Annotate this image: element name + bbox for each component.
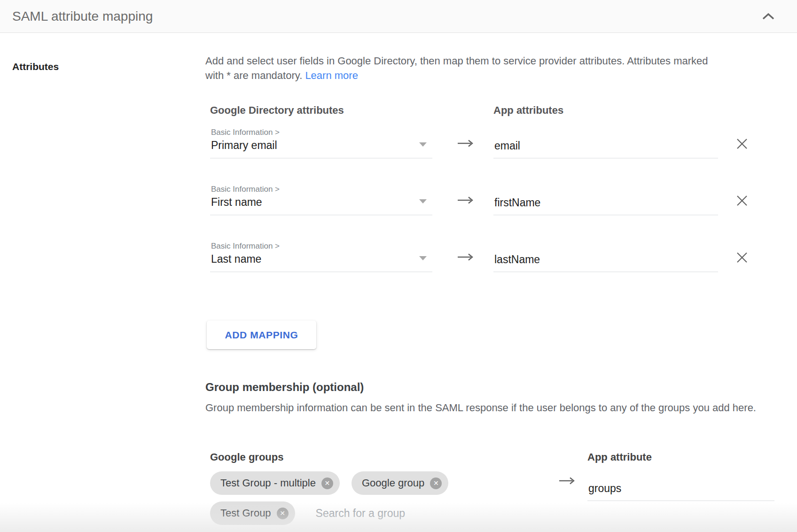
group-chip: Test Group ✕ bbox=[210, 501, 295, 525]
close-icon bbox=[735, 251, 749, 264]
directory-attribute-select[interactable]: Basic Information > Primary email bbox=[210, 127, 432, 158]
attributes-section-label: Attributes bbox=[12, 61, 59, 72]
mapping-arrow-icon bbox=[457, 253, 474, 263]
attributes-description-text: Add and select user fields in Google Dir… bbox=[205, 55, 708, 81]
remove-mapping-button[interactable] bbox=[734, 193, 750, 208]
app-attribute-input[interactable] bbox=[493, 138, 718, 158]
group-chip: Google group ✕ bbox=[352, 471, 448, 495]
close-icon bbox=[735, 194, 749, 207]
chip-label: Test Group - multiple bbox=[220, 477, 316, 489]
directory-attribute-select[interactable]: Basic Information > Last name bbox=[210, 241, 432, 272]
group-search-input[interactable] bbox=[315, 507, 514, 520]
chip-label: Google group bbox=[362, 477, 424, 489]
chip-remove-button[interactable]: ✕ bbox=[430, 477, 442, 489]
mapping-row: Basic Information > Last name bbox=[210, 241, 755, 277]
group-membership-heading: Group membership (optional) bbox=[205, 381, 364, 394]
group-mapping-arrow-icon bbox=[558, 477, 575, 487]
dropdown-arrow-icon bbox=[419, 199, 427, 203]
select-category-label: Basic Information > bbox=[211, 128, 280, 137]
app-attributes-column-header: App attributes bbox=[493, 104, 563, 117]
directory-attributes-column-header: Google Directory attributes bbox=[210, 104, 344, 117]
select-category-label: Basic Information > bbox=[211, 185, 280, 194]
attributes-description: Add and select user fields in Google Dir… bbox=[205, 54, 713, 83]
mapping-row: Basic Information > First name bbox=[210, 184, 755, 220]
select-value: First name bbox=[211, 196, 262, 209]
chevron-up-icon bbox=[761, 12, 775, 21]
directory-attribute-select[interactable]: Basic Information > First name bbox=[210, 184, 432, 215]
google-groups-chip-row: Test Group ✕ bbox=[210, 501, 514, 525]
mapping-row: Basic Information > Primary email bbox=[210, 127, 755, 164]
app-attribute-input[interactable] bbox=[493, 195, 718, 215]
chip-label: Test Group bbox=[220, 507, 271, 519]
dropdown-arrow-icon bbox=[419, 142, 427, 147]
collapse-section-button[interactable] bbox=[759, 10, 777, 23]
select-category-label: Basic Information > bbox=[211, 242, 280, 251]
google-groups-label: Google groups bbox=[210, 451, 283, 463]
group-membership-description: Group membership information can be sent… bbox=[205, 400, 760, 416]
close-icon bbox=[735, 137, 749, 150]
app-attribute-label: App attribute bbox=[587, 451, 652, 463]
chip-remove-button[interactable]: ✕ bbox=[321, 477, 333, 489]
panel-header: SAML attribute mapping bbox=[0, 0, 797, 33]
mapping-arrow-icon bbox=[457, 139, 474, 149]
remove-circle-icon: ✕ bbox=[433, 480, 439, 486]
learn-more-link[interactable]: Learn more bbox=[305, 70, 358, 81]
remove-circle-icon: ✕ bbox=[280, 510, 285, 516]
dropdown-arrow-icon bbox=[419, 256, 427, 260]
saml-attribute-mapping-panel: SAML attribute mapping Attributes Add an… bbox=[0, 0, 797, 532]
select-value: Last name bbox=[211, 253, 261, 266]
group-chip: Test Group - multiple ✕ bbox=[210, 471, 340, 495]
select-value: Primary email bbox=[211, 139, 277, 152]
panel-title: SAML attribute mapping bbox=[12, 9, 153, 24]
app-attribute-input[interactable] bbox=[493, 251, 718, 272]
mapping-arrow-icon bbox=[457, 196, 474, 206]
groups-app-attribute-input[interactable] bbox=[587, 480, 774, 501]
google-groups-chip-row: Test Group - multiple ✕ Google group ✕ bbox=[210, 471, 448, 495]
remove-mapping-button[interactable] bbox=[734, 136, 750, 151]
add-mapping-button[interactable]: ADD MAPPING bbox=[207, 321, 316, 349]
remove-circle-icon: ✕ bbox=[325, 480, 330, 486]
chip-remove-button[interactable]: ✕ bbox=[277, 508, 289, 519]
remove-mapping-button[interactable] bbox=[734, 250, 750, 265]
